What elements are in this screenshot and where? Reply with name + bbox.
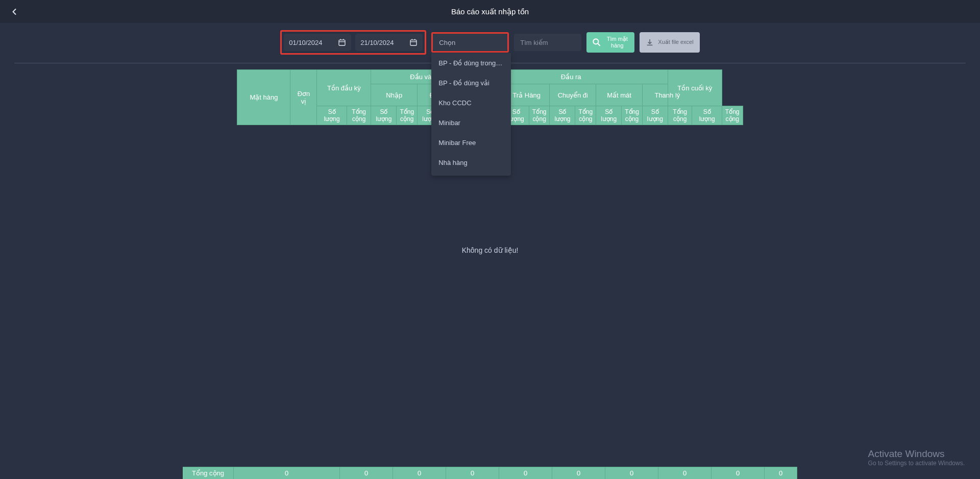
- windows-activation-watermark: Activate Windows Go to Settings to activ…: [868, 448, 965, 467]
- date-from-value: 01/10/2024: [289, 39, 322, 46]
- footer-cell: 0: [552, 467, 605, 479]
- search-input[interactable]: [520, 39, 575, 46]
- footer-totals: Tổng cộng 0 0 0 0 0 0 0 0 0 0: [183, 467, 797, 479]
- warehouse-select[interactable]: Chọn: [433, 34, 507, 51]
- dropdown-option[interactable]: BP - Đồ dùng trong ph...: [431, 53, 511, 73]
- sub-tongcong: Tổng cộng: [397, 106, 418, 125]
- footer-cell: 0: [658, 467, 712, 479]
- sub-soluong: Số lượng: [596, 106, 622, 125]
- export-excel-button[interactable]: Xuất file excel: [640, 32, 699, 53]
- sub-soluong: Số lượng: [642, 106, 668, 125]
- footer-cell: 0: [765, 467, 797, 479]
- sub-soluong: Số lượng: [692, 106, 722, 125]
- date-to-value: 21/10/2024: [360, 39, 394, 46]
- footer-cell: 0: [499, 467, 552, 479]
- download-icon: [646, 38, 654, 46]
- warehouse-select-highlight: Chọn BP - Đồ dùng trong ph... BP - Đồ dù…: [431, 32, 509, 53]
- sub-tongcong: Tổng cộng: [575, 106, 596, 125]
- sub-soluong: Số lượng: [550, 106, 575, 125]
- empty-state-message: Không có dữ liệu!: [462, 246, 519, 254]
- footer-cell: 0: [393, 467, 446, 479]
- warehouse-dropdown: BP - Đồ dùng trong ph... BP - Đồ dùng vả…: [431, 53, 511, 176]
- search-button[interactable]: Tìm mặt hàng: [586, 32, 634, 53]
- export-button-label: Xuất file excel: [658, 39, 693, 45]
- sub-tongcong: Tổng cộng: [347, 106, 371, 125]
- sub-soluong: Số lượng: [371, 106, 397, 125]
- footer-cell: 0: [446, 467, 499, 479]
- sub-soluong: Số lượng: [317, 106, 347, 125]
- arrow-left-icon: [9, 7, 19, 17]
- back-button[interactable]: [9, 7, 19, 17]
- svg-line-9: [598, 44, 600, 46]
- watermark-line2: Go to Settings to activate Windows.: [868, 460, 965, 467]
- search-input-wrap[interactable]: [514, 34, 581, 51]
- svg-rect-6: [412, 39, 412, 40]
- date-range-highlight: 01/10/2024 21/10/2024: [280, 30, 426, 55]
- dropdown-option[interactable]: Kho CCDC: [431, 93, 511, 113]
- dropdown-option[interactable]: Minibar Free: [431, 133, 511, 153]
- col-matmat: Mất mát: [596, 84, 643, 106]
- sub-tongcong: Tổng cộng: [722, 106, 743, 125]
- col-chuyendi: Chuyển đi: [550, 84, 596, 106]
- sub-tongcong: Tổng cộng: [529, 106, 550, 125]
- search-button-label: Tìm mặt hàng: [605, 36, 629, 49]
- footer-cell: 0: [234, 467, 340, 479]
- sub-tongcong: Tổng cộng: [668, 106, 692, 125]
- dropdown-option[interactable]: Minibar: [431, 113, 511, 133]
- col-nhap: Nhập: [371, 84, 418, 106]
- calendar-icon: [409, 38, 418, 46]
- svg-rect-2: [340, 39, 341, 40]
- footer-cell: 0: [605, 467, 658, 479]
- dropdown-option[interactable]: BP - Đồ dùng vải: [431, 73, 511, 93]
- search-icon: [592, 37, 602, 47]
- filter-controls: 01/10/2024 21/10/2024 Chọn BP - Đồ dùng …: [0, 23, 980, 60]
- page-title: Báo cáo xuất nhập tồn: [451, 7, 529, 16]
- col-tondk: Tồn đầu kỳ: [317, 70, 371, 106]
- date-from-input[interactable]: 01/10/2024: [284, 34, 351, 51]
- svg-rect-3: [343, 39, 344, 40]
- dropdown-option[interactable]: Nhà hàng: [431, 153, 511, 173]
- svg-rect-4: [410, 40, 416, 45]
- warehouse-select-placeholder: Chọn: [439, 39, 455, 46]
- svg-rect-7: [414, 39, 415, 40]
- svg-point-8: [594, 39, 599, 44]
- col-mathang: Mặt hàng: [237, 70, 290, 125]
- sub-tongcong: Tổng cộng: [622, 106, 643, 125]
- col-donvi: Đơn vị: [290, 70, 317, 125]
- footer-cell: 0: [340, 467, 393, 479]
- calendar-icon: [338, 38, 346, 46]
- date-to-input[interactable]: 21/10/2024: [355, 34, 423, 51]
- footer-label: Tổng cộng: [183, 467, 234, 479]
- footer-cell: 0: [712, 467, 765, 479]
- watermark-line1: Activate Windows: [868, 448, 965, 460]
- svg-rect-0: [339, 40, 345, 45]
